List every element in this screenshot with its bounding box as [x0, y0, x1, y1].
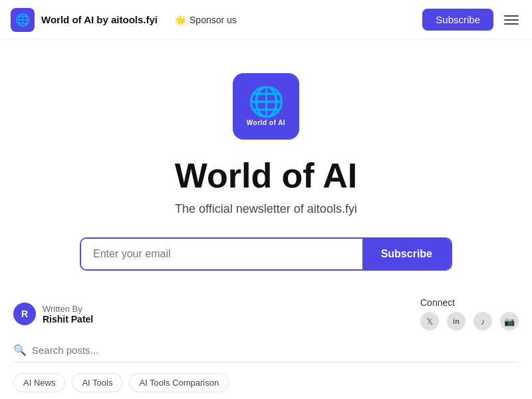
- social-icons: 𝕏 in ♪ 📷: [420, 312, 519, 331]
- written-by-section: R Written By Rishit Patel Connect 𝕏 in ♪…: [13, 297, 519, 331]
- connect-section: Connect 𝕏 in ♪ 📷: [420, 297, 519, 331]
- search-section: 🔍: [13, 344, 519, 362]
- tag-ai-tools-comparison[interactable]: AI Tools Comparison: [129, 373, 229, 392]
- header-right: Subscribe: [422, 9, 521, 31]
- connect-label: Connect: [420, 297, 455, 308]
- hero-subtitle: The official newsletter of aitools.fyi: [175, 202, 357, 216]
- site-name: World of AI by aitools.fyi: [41, 14, 158, 25]
- search-input[interactable]: [32, 344, 519, 356]
- header-left: 🌐 World of AI by aitools.fyi 🌟 Sponsor u…: [11, 8, 237, 32]
- tag-ai-news[interactable]: AI News: [13, 373, 65, 392]
- author-name: Rishit Patel: [43, 314, 93, 325]
- linkedin-icon[interactable]: in: [447, 312, 466, 331]
- author-info: R Written By Rishit Patel: [13, 303, 93, 325]
- search-icon: 🔍: [13, 344, 27, 356]
- sponsor-emoji-icon: 🌟: [175, 15, 186, 25]
- sponsor-label: Sponsor us: [190, 15, 237, 25]
- hamburger-line-2: [504, 19, 519, 21]
- tag-ai-tools[interactable]: AI Tools: [72, 373, 122, 392]
- author-avatar: R: [13, 303, 36, 325]
- main-content: 🌐 World of AI World of AI The official n…: [0, 40, 532, 392]
- sponsor-link[interactable]: 🌟 Sponsor us: [175, 15, 237, 25]
- header: 🌐 World of AI by aitools.fyi 🌟 Sponsor u…: [0, 0, 532, 40]
- header-subscribe-button[interactable]: Subscribe: [422, 9, 493, 31]
- hero-logo-text: World of AI: [247, 119, 285, 126]
- written-by-label: Written By: [43, 304, 93, 314]
- hero-logo-box: 🌐 World of AI: [233, 73, 299, 140]
- hero-globe-icon: 🌐: [248, 87, 285, 116]
- hero-title: World of AI: [175, 156, 357, 196]
- email-input[interactable]: [81, 239, 362, 269]
- tags-section: AI News AI Tools AI Tools Comparison: [13, 373, 519, 392]
- twitter-icon[interactable]: 𝕏: [420, 312, 439, 331]
- site-logo-icon: 🌐: [11, 8, 35, 32]
- hamburger-line-3: [504, 23, 519, 25]
- form-subscribe-button[interactable]: Subscribe: [362, 239, 451, 269]
- tiktok-icon[interactable]: ♪: [473, 312, 492, 331]
- instagram-icon[interactable]: 📷: [500, 312, 519, 331]
- search-bar: 🔍: [13, 344, 519, 362]
- hamburger-menu-button[interactable]: [501, 13, 521, 27]
- subscribe-form: Subscribe: [80, 237, 452, 271]
- author-details: Written By Rishit Patel: [43, 304, 93, 325]
- hamburger-line-1: [504, 15, 519, 17]
- author-initials: R: [21, 309, 28, 319]
